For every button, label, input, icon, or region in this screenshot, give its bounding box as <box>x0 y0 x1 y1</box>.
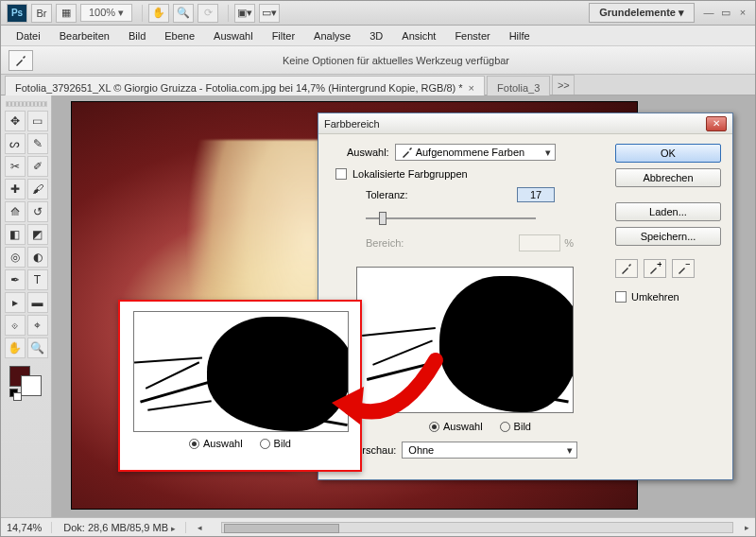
selection-preview[interactable] <box>356 267 574 413</box>
horizontal-scrollbar[interactable] <box>221 522 733 533</box>
callout-bild-radio[interactable]: Bild <box>260 438 291 449</box>
zoom-level-dropdown[interactable]: 100% ▾ <box>80 4 132 22</box>
toolbox: ✥ ▭ ᔕ ✎ ✂ ✐ ✚ 🖌 ⟰ ↺ ◧ ◩ ◎ ◐ ✒ T ▸ ▬ ⟐ ⌖ … <box>1 95 52 517</box>
menu-ansicht[interactable]: Ansicht <box>392 27 445 44</box>
document-tab-label: Fotolia_3 <box>497 82 540 94</box>
3d-tool-icon[interactable]: ⟐ <box>5 315 26 336</box>
brush-tool-icon[interactable]: 🖌 <box>27 179 48 199</box>
blur-tool-icon[interactable]: ◎ <box>5 247 26 268</box>
minibridge-icon[interactable]: ▦ <box>56 4 77 23</box>
menu-ebene[interactable]: Ebene <box>155 27 204 44</box>
menu-bearbeiten[interactable]: Bearbeiten <box>50 27 119 44</box>
menu-filter[interactable]: Filter <box>263 27 304 44</box>
menu-fenster[interactable]: Fenster <box>445 27 499 44</box>
callout-auswahl-radio[interactable]: Auswahl <box>189 438 243 449</box>
status-bar: 14,74% Dok: 28,6 MB/85,9 MB ▸ ◂ ▸ <box>1 517 755 536</box>
save-button[interactable]: Speichern... <box>615 227 721 246</box>
move-tool-icon[interactable]: ✥ <box>5 111 26 131</box>
workspace-switcher[interactable]: Grundelemente ▾ <box>589 3 695 23</box>
crop-tool-icon[interactable]: ✂ <box>5 156 26 177</box>
default-colors-icon[interactable] <box>9 389 19 398</box>
window-close-icon[interactable]: × <box>736 7 749 19</box>
hand-tool-icon[interactable]: ✋ <box>148 4 169 23</box>
bereich-label: Bereich: <box>366 237 404 249</box>
preview-mode-auswahl-radio[interactable]: Auswahl <box>429 421 483 432</box>
options-bar: Keine Optionen für aktuelles Werkzeug ve… <box>1 46 755 75</box>
window-maximize-icon[interactable]: ▭ <box>719 7 732 19</box>
toolbox-grip[interactable] <box>6 101 47 107</box>
vorschau-dropdown[interactable]: Ohne <box>402 442 577 459</box>
document-tab-active[interactable]: Fotolia_3792651_XL © Giorgio Gruizza - F… <box>5 76 485 95</box>
callout-selection-preview <box>133 311 349 432</box>
zoom-tool-icon[interactable]: 🔍 <box>27 338 48 358</box>
path-select-tool-icon[interactable]: ▸ <box>5 292 26 313</box>
dialog-title: Farbbereich <box>324 118 706 130</box>
status-zoom[interactable]: 14,74% <box>7 522 52 533</box>
bereich-input <box>519 234 560 251</box>
pen-tool-icon[interactable]: ✒ <box>5 269 26 290</box>
window-minimize-icon[interactable]: — <box>702 7 715 19</box>
toleranz-input[interactable]: 17 <box>517 187 555 202</box>
menu-analyse[interactable]: Analyse <box>304 27 360 44</box>
scroll-left-icon[interactable]: ◂ <box>198 523 202 532</box>
auswahl-label: Auswahl: <box>347 147 389 158</box>
background-color-swatch[interactable] <box>21 375 42 396</box>
menu-3d[interactable]: 3D <box>360 27 392 44</box>
type-tool-icon[interactable]: T <box>27 269 48 290</box>
rotate-view-icon[interactable]: ⟳ <box>198 4 218 23</box>
menu-hilfe[interactable]: Hilfe <box>500 27 540 44</box>
title-bar: Ps Br ▦ 100% ▾ ✋ 🔍 ⟳ ▣▾ ▭▾ Grundelemente… <box>1 1 755 26</box>
eraser-tool-icon[interactable]: ◧ <box>5 224 26 245</box>
close-tab-icon[interactable]: × <box>469 82 474 94</box>
toleranz-slider[interactable] <box>366 210 536 227</box>
preview-mode-bild-radio[interactable]: Bild <box>500 421 531 432</box>
shape-tool-icon[interactable]: ▬ <box>27 292 48 313</box>
invert-checkbox[interactable] <box>615 291 627 303</box>
stamp-tool-icon[interactable]: ⟰ <box>5 201 26 222</box>
marquee-tool-icon[interactable]: ▭ <box>27 111 48 131</box>
status-doc-size[interactable]: Dok: 28,6 MB/85,9 MB ▸ <box>63 522 186 533</box>
invert-label: Umkehren <box>631 291 679 303</box>
svg-text:−: − <box>685 262 690 269</box>
menu-bild[interactable]: Bild <box>119 27 155 44</box>
eyedropper-tool-icon[interactable]: ✐ <box>27 156 48 177</box>
dialog-close-button[interactable]: ✕ <box>706 116 727 131</box>
scroll-right-icon[interactable]: ▸ <box>745 523 749 532</box>
menu-datei[interactable]: Datei <box>7 27 50 44</box>
options-bar-message: Keine Optionen für aktuelles Werkzeug ve… <box>44 55 747 66</box>
document-tab-inactive[interactable]: Fotolia_3 <box>487 76 550 95</box>
lasso-tool-icon[interactable]: ᔕ <box>5 133 26 154</box>
bridge-icon[interactable]: Br <box>31 4 52 23</box>
load-button[interactable]: Laden... <box>615 202 721 221</box>
hand-tool-icon[interactable]: ✋ <box>5 338 26 358</box>
3d-camera-tool-icon[interactable]: ⌖ <box>27 315 48 336</box>
screen-mode-icon[interactable]: ▭▾ <box>259 4 280 23</box>
localized-colors-label: Lokalisierte Farbgruppen <box>352 168 468 180</box>
cancel-button[interactable]: Abbrechen <box>615 168 721 187</box>
bereich-unit: % <box>564 237 574 249</box>
healing-tool-icon[interactable]: ✚ <box>5 179 26 199</box>
ok-button[interactable]: OK <box>615 144 721 163</box>
current-tool-icon[interactable] <box>9 50 33 71</box>
localized-colors-checkbox[interactable] <box>335 168 347 180</box>
eyedropper-sample-icon[interactable] <box>615 259 638 278</box>
color-swatches[interactable] <box>8 364 45 396</box>
history-brush-tool-icon[interactable]: ↺ <box>27 201 48 222</box>
document-tabs: Fotolia_3792651_XL © Giorgio Gruizza - F… <box>1 75 755 95</box>
dodge-tool-icon[interactable]: ◐ <box>27 247 48 268</box>
quick-select-tool-icon[interactable]: ✎ <box>27 133 48 154</box>
arrange-docs-icon[interactable]: ▣▾ <box>234 4 255 23</box>
tabs-overflow-button[interactable]: >> <box>552 75 575 95</box>
svg-text:+: + <box>657 262 662 269</box>
zoom-tool-icon[interactable]: 🔍 <box>173 4 194 23</box>
gradient-tool-icon[interactable]: ◩ <box>27 224 48 245</box>
callout-preview-inset: Auswahl Bild <box>118 300 362 472</box>
menu-auswahl[interactable]: Auswahl <box>204 27 263 44</box>
dialog-title-bar[interactable]: Farbbereich ✕ <box>318 113 732 134</box>
menu-bar: Datei Bearbeiten Bild Ebene Auswahl Filt… <box>1 26 755 46</box>
eyedropper-subtract-icon[interactable]: − <box>672 259 695 278</box>
color-range-dialog: Farbbereich ✕ Auswahl: Aufgenommene Farb… <box>318 113 733 480</box>
document-tab-label: Fotolia_3792651_XL © Giorgio Gruizza - F… <box>15 82 463 94</box>
eyedropper-add-icon[interactable]: + <box>644 259 666 278</box>
auswahl-dropdown[interactable]: Aufgenommene Farben <box>395 144 556 161</box>
